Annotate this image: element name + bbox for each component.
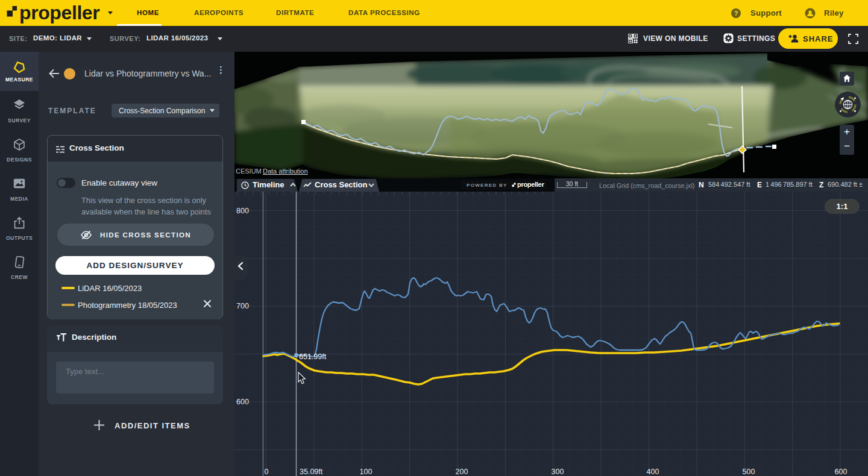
svg-text:800: 800 bbox=[236, 207, 249, 215]
svg-text:600: 600 bbox=[835, 468, 848, 476]
svg-text:400: 400 bbox=[647, 468, 659, 476]
svg-text:Data attribution: Data attribution bbox=[263, 168, 308, 175]
svg-text:CESIUM: CESIUM bbox=[236, 168, 262, 175]
svg-text:700: 700 bbox=[236, 302, 249, 310]
svg-text:100: 100 bbox=[360, 468, 373, 476]
svg-text:0: 0 bbox=[265, 468, 269, 476]
svg-text:651.99ft: 651.99ft bbox=[299, 352, 327, 361]
svg-text:600: 600 bbox=[236, 398, 249, 406]
svg-text:200: 200 bbox=[456, 468, 468, 476]
svg-text:?: ? bbox=[734, 10, 738, 17]
svg-text:300: 300 bbox=[552, 468, 564, 476]
svg-text:35.09ft: 35.09ft bbox=[300, 468, 323, 476]
svg-text:500: 500 bbox=[743, 468, 755, 476]
svg-text:1:1: 1:1 bbox=[837, 202, 848, 211]
